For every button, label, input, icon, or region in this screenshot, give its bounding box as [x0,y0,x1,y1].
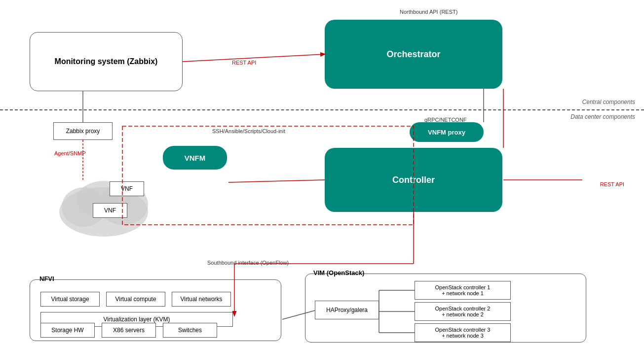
vnf1-label: VNF [121,185,133,192]
openstack1-label: OpenStack controller 1 + network node 1 [435,284,491,296]
switches-label: Switches [178,327,202,334]
switches-box: Switches [163,323,217,338]
vnfm-label: VNFM [185,154,206,162]
controller-label: Controller [392,175,435,185]
openstack2-box: OpenStack controller 2 + network node 2 [415,302,511,321]
vnfm-box: VNFM [163,146,227,170]
rest-api-right-label: REST API [600,181,624,187]
openstack3-box: OpenStack controller 3 + network node 3 [415,323,511,342]
orchestrator-label: Orchestrator [386,49,440,60]
ssh-ansible-label: SSH/Ansible/Scripts/Cloud-init [212,128,285,134]
cloud-shape [54,163,153,237]
vim-label: VIM (OpenStack) [313,269,364,276]
storage-hw-box: Storage HW [40,323,95,338]
central-components-label: Central components [582,99,635,105]
diagram: Central components Data center component… [0,0,644,345]
virtual-compute-box: Virtual compute [106,292,165,307]
openstack3-label: OpenStack controller 3 + network node 3 [435,327,491,339]
virt-layer-label: Virtualization layer (KVM) [103,316,170,323]
rest-api-label: REST API [232,60,256,66]
vnf2-box: VNF [93,203,127,218]
haproxy-label: HAProxy/galera [326,307,368,313]
divider [0,109,644,110]
x86-servers-box: X86 servers [102,323,156,338]
virtual-storage-box: Virtual storage [40,292,100,307]
virtual-networks-box: Virtual networks [172,292,231,307]
monitoring-box: Monitoring system (Zabbix) [30,32,183,91]
controller-box: Controller [325,148,502,212]
northbound-api-label: Northbound API (REST) [400,9,457,15]
virtual-storage-label: Virtual storage [51,296,89,303]
openstack2-label: OpenStack controller 2 + network node 2 [435,306,491,317]
data-center-components-label: Data center components [570,113,635,120]
monitoring-label: Monitoring system (Zabbix) [55,57,158,66]
storage-hw-label: Storage HW [51,327,83,334]
vnfm-proxy-box: VNFM proxy [410,122,484,142]
svg-line-11 [228,180,325,182]
southbound-label: Southbound interface (OpenFlow) [207,260,289,266]
openstack1-box: OpenStack controller 1 + network node 1 [415,281,511,300]
virtual-networks-label: Virtual networks [180,296,222,303]
nfvi-label: NFVI [39,275,54,282]
x86-servers-label: X86 servers [113,327,145,334]
haproxy-box: HAProxy/galera [315,301,379,319]
agent-snmp-label: Agent/SNMP [54,150,86,156]
vnf2-label: VNF [104,207,116,214]
zabbix-proxy-box: Zabbix proxy [53,122,113,140]
vnfm-proxy-label: VNFM proxy [428,129,465,136]
vnf1-box: VNF [110,181,144,196]
orchestrator-box: Orchestrator [325,20,502,89]
zabbix-proxy-label: Zabbix proxy [66,128,100,135]
virtual-compute-label: Virtual compute [115,296,156,303]
